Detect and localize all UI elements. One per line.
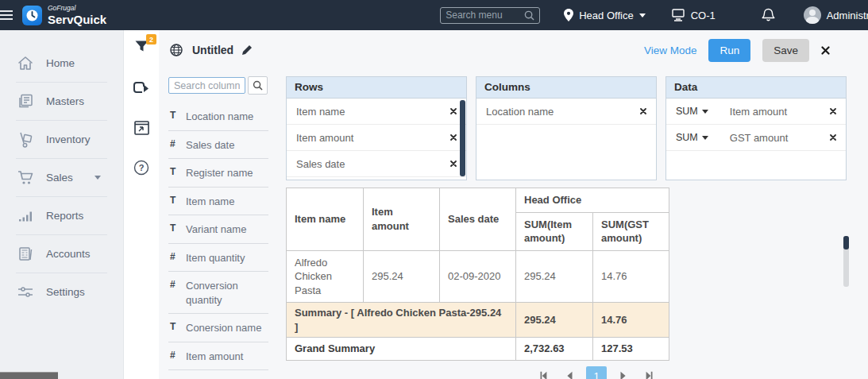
popout-window-icon bbox=[134, 121, 149, 135]
scrollbar-thumb[interactable] bbox=[843, 236, 849, 249]
svg-text:?: ? bbox=[139, 163, 145, 172]
sidebar-item-label: Sales bbox=[46, 172, 73, 184]
report-title: Untitled bbox=[192, 44, 233, 56]
close-icon bbox=[821, 46, 830, 55]
remove-chip-button[interactable] bbox=[450, 160, 457, 167]
field-type: # bbox=[170, 350, 178, 364]
aggregation-label: SUM bbox=[676, 106, 698, 117]
subheader-sum-item-amount[interactable]: SUM(Item amount) bbox=[516, 212, 593, 250]
sales-cart-icon bbox=[16, 170, 35, 185]
reports-icon bbox=[16, 209, 35, 222]
data-chip-gst-amount[interactable]: SUM GST amount bbox=[666, 125, 846, 151]
sidebar-item-settings[interactable]: Settings bbox=[0, 273, 123, 311]
field-item-conersion-name[interactable]: TConersion name bbox=[168, 314, 268, 342]
search-icon bbox=[253, 80, 263, 91]
filter-button[interactable]: 2 bbox=[131, 37, 152, 57]
field-item-register-name[interactable]: TRegister name bbox=[168, 159, 268, 188]
edit-title-button[interactable] bbox=[241, 44, 253, 56]
search-icon bbox=[524, 10, 534, 21]
table-header-row: Item name Item amount Sales date Head Of… bbox=[287, 188, 669, 213]
vertical-scrollbar[interactable] bbox=[843, 236, 849, 287]
field-item-variant-name[interactable]: TVariant name bbox=[168, 215, 268, 244]
next-page-button[interactable] bbox=[614, 366, 633, 379]
bell-icon bbox=[762, 8, 775, 22]
sidebar-nav: Home Masters Inventory Sales Reports bbox=[0, 30, 123, 379]
search-columns-button[interactable] bbox=[248, 76, 268, 95]
view-mode-link[interactable]: View Mode bbox=[644, 44, 697, 56]
sidebar-item-sales[interactable]: Sales bbox=[0, 159, 123, 196]
data-panel-items: SUM Item amount SUM bbox=[666, 99, 846, 180]
field-item-item-quantity[interactable]: #Item quantity bbox=[168, 244, 268, 273]
column-chip-location-name[interactable]: Location name bbox=[476, 99, 656, 125]
data-panel: Data SUM Item amount bbox=[665, 76, 847, 180]
col-header-item-amount[interactable]: Item amount bbox=[364, 188, 440, 251]
user-menu[interactable]: Administra... bbox=[791, 0, 868, 30]
app-body: Home Masters Inventory Sales Reports bbox=[0, 30, 868, 379]
field-item-sales-date[interactable]: #Sales date bbox=[168, 131, 268, 160]
notifications-button[interactable] bbox=[747, 0, 789, 30]
sidebar-item-reports[interactable]: Reports bbox=[0, 197, 123, 234]
sidebar-item-inventory[interactable]: Inventory bbox=[0, 121, 123, 158]
chevron-down-icon bbox=[95, 176, 101, 180]
field-item-location-name[interactable]: TLocation name bbox=[168, 102, 268, 131]
save-button[interactable]: Save bbox=[762, 39, 809, 62]
subheader-sum-gst-amount[interactable]: SUM(GST amount) bbox=[593, 212, 669, 250]
aggregation-dropdown[interactable]: SUM bbox=[676, 132, 708, 143]
rows-panel-scrollbar[interactable] bbox=[460, 100, 465, 176]
sidebar-item-accounts[interactable]: Accounts bbox=[0, 235, 123, 273]
close-icon bbox=[450, 108, 457, 114]
field-label: Item quantity bbox=[186, 251, 245, 265]
row-chip-sales-date[interactable]: Sales date bbox=[287, 151, 466, 177]
col-header-sales-date[interactable]: Sales date bbox=[440, 188, 516, 251]
summary-sum-item-amount: 295.24 bbox=[516, 303, 593, 338]
field-type: T bbox=[170, 222, 178, 237]
remove-chip-button[interactable] bbox=[450, 134, 457, 141]
field-type: # bbox=[170, 279, 178, 307]
aggregation-dropdown[interactable]: SUM bbox=[676, 106, 708, 117]
help-icon: ? bbox=[133, 160, 149, 176]
brand-line2: ServQuick bbox=[48, 14, 106, 25]
field-type: T bbox=[170, 166, 178, 180]
row-chip-item-amount[interactable]: Item amount bbox=[287, 125, 466, 151]
remove-chip-button[interactable] bbox=[830, 134, 836, 141]
brand-logo[interactable]: GoFrugal ServQuick bbox=[13, 0, 116, 30]
field-item-conversion-quantity[interactable]: #Conversion quantity bbox=[168, 272, 268, 314]
current-page-button[interactable]: 1 bbox=[586, 366, 607, 379]
last-page-button[interactable] bbox=[640, 366, 659, 379]
field-item-tax-amount[interactable]: #Tax amount bbox=[168, 370, 268, 379]
field-label: Item amount bbox=[186, 350, 243, 364]
columns-panel-title: Columns bbox=[476, 77, 656, 99]
row-chip-item-name[interactable]: Item name bbox=[287, 99, 466, 125]
group-header-head-office[interactable]: Head Office bbox=[516, 188, 669, 213]
summary-label: Summary - [ Alfredo Chicken Pasta-295.24… bbox=[287, 303, 516, 338]
location-selector[interactable]: Head Office bbox=[551, 0, 658, 30]
export-button[interactable] bbox=[131, 78, 152, 99]
first-page-button[interactable] bbox=[534, 366, 553, 379]
col-header-item-name[interactable]: Item name bbox=[287, 188, 364, 251]
chevron-down-icon bbox=[702, 110, 708, 114]
pencil-icon bbox=[241, 44, 253, 56]
field-item-item-name[interactable]: TItem name bbox=[168, 188, 268, 216]
chip-label: Location name bbox=[486, 106, 554, 118]
run-button[interactable]: Run bbox=[708, 39, 750, 62]
previous-page-button[interactable] bbox=[560, 366, 579, 379]
data-chip-item-amount[interactable]: SUM Item amount bbox=[666, 99, 846, 125]
field-item-item-amount[interactable]: #Item amount bbox=[168, 342, 268, 371]
menu-search-input[interactable] bbox=[446, 10, 524, 21]
open-window-button[interactable] bbox=[131, 118, 152, 138]
bottom-left-widget bbox=[0, 372, 58, 379]
chip-label: Item amount bbox=[296, 132, 353, 144]
hamburger-menu-icon[interactable] bbox=[0, 0, 13, 30]
close-button[interactable] bbox=[821, 46, 830, 55]
terminal-selector[interactable]: CO-1 bbox=[658, 0, 728, 30]
summary-row: Summary - [ Alfredo Chicken Pasta-295.24… bbox=[287, 303, 669, 338]
remove-chip-button[interactable] bbox=[830, 108, 836, 114]
sidebar-item-masters[interactable]: Masters bbox=[0, 83, 123, 120]
chip-label: Item name bbox=[296, 106, 345, 118]
sidebar-item-home[interactable]: Home bbox=[0, 44, 123, 82]
aggregation-label: SUM bbox=[676, 132, 698, 143]
remove-chip-button[interactable] bbox=[640, 108, 646, 114]
help-button[interactable]: ? bbox=[131, 157, 152, 178]
search-columns-input[interactable] bbox=[168, 77, 245, 94]
remove-chip-button[interactable] bbox=[450, 108, 457, 114]
